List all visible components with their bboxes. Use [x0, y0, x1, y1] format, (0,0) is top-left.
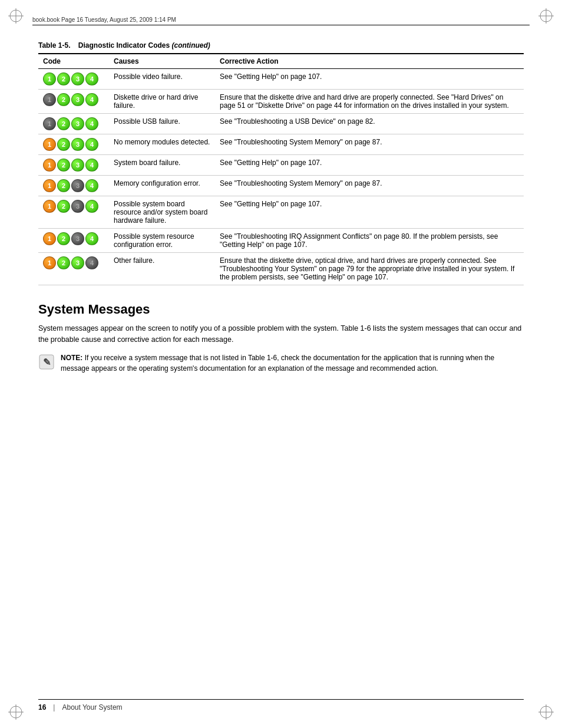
table-row: 1234Possible USB failure.See "Troublesho… [38, 114, 524, 134]
led-indicator: 1 [43, 117, 56, 130]
led-indicator: 3 [71, 232, 84, 245]
top-bar: book.book Page 16 Tuesday, August 25, 20… [32, 17, 530, 25]
led-indicator: 1 [43, 159, 56, 172]
page-container: book.book Page 16 Tuesday, August 25, 20… [0, 0, 562, 728]
causes-cell: System board failure. [109, 155, 215, 176]
diagnostic-table: Code Causes Corrective Action 1234Possib… [38, 53, 524, 285]
action-cell: Ensure that the diskette drive and hard … [215, 90, 524, 114]
led-indicator: 3 [71, 138, 84, 151]
led-indicator: 2 [57, 159, 70, 172]
col-header-causes: Causes [109, 54, 215, 69]
note-box: ✎ NOTE: If you receive a system message … [38, 353, 524, 374]
led-indicator: 2 [57, 200, 70, 213]
led-cell: 1234 [38, 229, 109, 253]
led-indicator: 1 [43, 138, 56, 151]
led-indicator: 2 [57, 256, 70, 269]
note-text: NOTE: If you receive a system message th… [61, 353, 524, 374]
main-content: Table 1-5. Diagnostic Indicator Codes (c… [38, 41, 524, 693]
led-cell: 1234 [38, 69, 109, 90]
svg-text:✎: ✎ [43, 357, 51, 367]
causes-cell: Other failure. [109, 253, 215, 285]
footer-page-number: 16 [38, 703, 46, 711]
table-row: 1234Diskette drive or hard drive failure… [38, 90, 524, 114]
led-indicator: 3 [71, 159, 84, 172]
led-cell: 1234 [38, 155, 109, 176]
corner-mark-bl [7, 703, 25, 721]
led-indicator: 4 [85, 93, 98, 106]
corner-mark-br [537, 703, 555, 721]
action-cell: Ensure that the diskette drive, optical … [215, 253, 524, 285]
table-row: 1234System board failure.See "Getting He… [38, 155, 524, 176]
led-indicator: 2 [57, 117, 70, 130]
table-row: 1234Possible system resource configurati… [38, 229, 524, 253]
led-indicator: 1 [43, 256, 56, 269]
table-row: 1234Memory configuration error.See "Trou… [38, 176, 524, 196]
causes-cell: Possible system resource configuration e… [109, 229, 215, 253]
led-indicator: 3 [71, 200, 84, 213]
action-cell: See "Troubleshooting a USB Device" on pa… [215, 114, 524, 134]
corner-mark-tr [537, 7, 555, 25]
led-cell: 1234 [38, 196, 109, 229]
causes-cell: Possible USB failure. [109, 114, 215, 134]
led-cell: 1234 [38, 114, 109, 134]
causes-cell: Memory configuration error. [109, 176, 215, 196]
led-indicator: 4 [85, 200, 98, 213]
led-cell: 1234 [38, 134, 109, 155]
led-cell: 1234 [38, 90, 109, 114]
led-indicator: 2 [57, 232, 70, 245]
led-indicator: 1 [43, 93, 56, 106]
causes-cell: Diskette drive or hard drive failure. [109, 90, 215, 114]
table-title-italic: (continued) [172, 41, 210, 50]
led-indicator: 3 [71, 256, 84, 269]
note-icon: ✎ [38, 354, 55, 370]
led-indicator: 4 [85, 232, 98, 245]
led-indicator: 4 [85, 179, 98, 192]
note-label: NOTE: [61, 354, 82, 362]
table-row: 1234Other failure.Ensure that the disket… [38, 253, 524, 285]
causes-cell: Possible video failure. [109, 69, 215, 90]
led-indicator: 1 [43, 200, 56, 213]
action-cell: See "Troubleshooting IRQ Assignment Conf… [215, 229, 524, 253]
action-cell: See "Troubleshooting System Memory" on p… [215, 176, 524, 196]
led-indicator: 1 [43, 179, 56, 192]
led-indicator: 4 [85, 159, 98, 172]
led-indicator: 3 [71, 179, 84, 192]
table-row: 1234Possible system board resource and/o… [38, 196, 524, 229]
causes-cell: Possible system board resource and/or sy… [109, 196, 215, 229]
led-indicator: 4 [85, 256, 98, 269]
causes-cell: No memory modules detected. [109, 134, 215, 155]
led-indicator: 2 [57, 73, 70, 85]
led-indicator: 3 [71, 73, 84, 85]
led-indicator: 2 [57, 179, 70, 192]
led-indicator: 4 [85, 138, 98, 151]
led-indicator: 2 [57, 93, 70, 106]
footer-separator: | [53, 703, 55, 711]
action-cell: See "Troubleshooting System Memory" on p… [215, 134, 524, 155]
table-title-main: Diagnostic Indicator Codes [78, 41, 172, 50]
section-title: System Messages [38, 302, 524, 317]
table-row: 1234No memory modules detected.See "Trou… [38, 134, 524, 155]
footer: 16 | About Your System [38, 699, 524, 711]
led-indicator: 4 [85, 73, 98, 85]
section-body: System messages appear on the screen to … [38, 323, 524, 345]
col-header-code: Code [38, 54, 109, 69]
led-indicator: 1 [43, 73, 56, 85]
table-title-prefix: Table 1-5. [38, 41, 70, 50]
led-indicator: 3 [71, 117, 84, 130]
led-indicator: 1 [43, 232, 56, 245]
corner-mark-tl [7, 7, 25, 25]
col-header-action: Corrective Action [215, 54, 524, 69]
led-cell: 1234 [38, 253, 109, 285]
footer-section-name: About Your System [62, 703, 122, 711]
led-indicator: 2 [57, 138, 70, 151]
action-cell: See "Getting Help" on page 107. [215, 155, 524, 176]
led-cell: 1234 [38, 176, 109, 196]
led-indicator: 3 [71, 93, 84, 106]
action-cell: See "Getting Help" on page 107. [215, 69, 524, 90]
action-cell: See "Getting Help" on page 107. [215, 196, 524, 229]
note-body: If you receive a system message that is … [61, 354, 494, 373]
led-indicator: 4 [85, 117, 98, 130]
header-text: book.book Page 16 Tuesday, August 25, 20… [32, 17, 176, 23]
table-title: Table 1-5. Diagnostic Indicator Codes (c… [38, 41, 524, 50]
table-row: 1234Possible video failure.See "Getting … [38, 69, 524, 90]
